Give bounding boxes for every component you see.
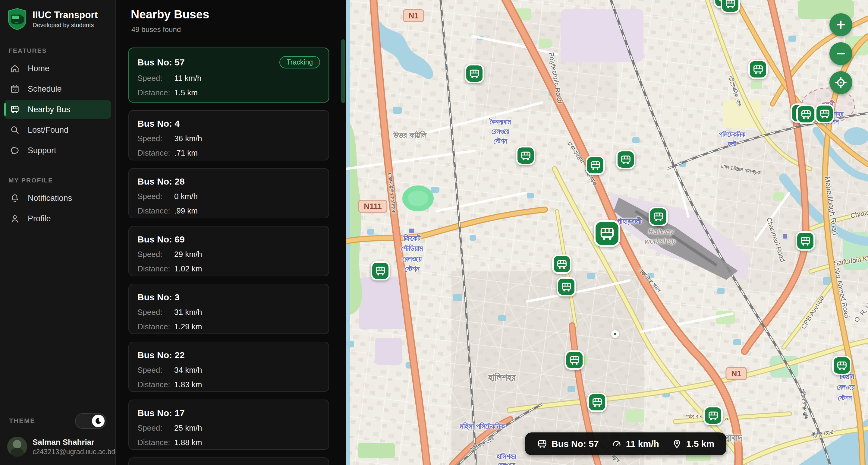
svg-text:12: 12 bbox=[13, 88, 17, 92]
status-bus: Bus No: 57 bbox=[537, 439, 599, 449]
bus-marker[interactable] bbox=[587, 393, 607, 412]
bus-marker[interactable] bbox=[465, 64, 484, 83]
bus-marker[interactable] bbox=[516, 146, 535, 165]
bus-card-22[interactable]: Bus No: 22Speed:34 km/hDistance:1.83 km bbox=[128, 342, 329, 392]
selected-bus-status-pill: Bus No: 57 11 km/h 1.5 km bbox=[525, 432, 726, 455]
distance-label: Distance: bbox=[137, 438, 174, 447]
bus-marker[interactable] bbox=[832, 356, 851, 375]
sidebar-item-nearby-bus[interactable]: Nearby Bus bbox=[4, 100, 111, 119]
status-bus-label: Bus No: 57 bbox=[552, 439, 599, 449]
user-email: c243213@ugrad.iiuc.ac.bd bbox=[33, 448, 115, 456]
bus-marker[interactable] bbox=[796, 231, 815, 251]
app-subtitle: Developed by students bbox=[33, 22, 98, 29]
user-identity: Salman Shahriar c243213@ugrad.iiuc.ac.bd bbox=[33, 438, 115, 456]
bus-marker[interactable] bbox=[704, 406, 723, 425]
tracking-badge: Tracking bbox=[279, 56, 320, 68]
zoom-out-button[interactable] bbox=[830, 42, 852, 65]
bus-card-69[interactable]: Bus No: 69Speed:29 km/hDistance:1.02 km bbox=[128, 226, 329, 276]
user-location-dot bbox=[611, 330, 619, 338]
bus-marker[interactable] bbox=[557, 277, 576, 296]
bus-marker[interactable] bbox=[748, 60, 768, 79]
bus-marker[interactable] bbox=[616, 150, 635, 169]
sidebar-item-home[interactable]: Home bbox=[4, 59, 111, 78]
sidebar-item-schedule[interactable]: 12Schedule bbox=[4, 80, 111, 98]
route-shield-n111: N111 bbox=[358, 200, 387, 213]
speed-value: 36 km/h bbox=[174, 134, 202, 143]
brand: IIUC Transport Developed by students bbox=[0, 0, 116, 33]
speed-label: Speed: bbox=[137, 250, 174, 259]
distance-value: 1.5 km bbox=[174, 88, 198, 97]
sidebar-item-profile[interactable]: Profile bbox=[4, 209, 111, 228]
speed-value: 34 km/h bbox=[174, 366, 202, 375]
route-shield-n1: N1 bbox=[725, 367, 747, 380]
distance-label: Distance: bbox=[137, 88, 174, 97]
bus-marker[interactable] bbox=[815, 104, 834, 123]
distance-label: Distance: bbox=[137, 148, 174, 158]
sidebar-item-label: Home bbox=[28, 64, 50, 73]
speed-label: Speed: bbox=[137, 192, 174, 201]
zoom-in-button[interactable] bbox=[830, 13, 852, 36]
distance-label: Distance: bbox=[137, 322, 174, 331]
avatar bbox=[7, 437, 27, 457]
sidebar-item-label: Schedule bbox=[28, 84, 62, 94]
moon-icon bbox=[94, 417, 102, 425]
distance-value: .71 km bbox=[174, 148, 198, 158]
bus-card-list: Bus No: 57TrackingSpeed:11 km/hDistance:… bbox=[128, 48, 329, 465]
distance-label: Distance: bbox=[137, 264, 174, 273]
distance-label: Distance: bbox=[137, 380, 174, 389]
status-speed: 11 km/h bbox=[612, 439, 659, 449]
bus-marker[interactable] bbox=[796, 105, 815, 124]
bus-number: Bus No: 3 bbox=[137, 292, 180, 302]
pin-icon bbox=[672, 439, 682, 449]
brand-text: IIUC Transport Developed by students bbox=[33, 10, 98, 29]
theme-toggle-knob bbox=[92, 415, 104, 427]
map-canvas[interactable]: উত্তর কাট্টলিহালিশহরআগ্রাবাদখুলশীRailway… bbox=[346, 0, 868, 465]
sidebar: IIUC Transport Developed by students FEA… bbox=[0, 0, 116, 465]
distance-value: .99 km bbox=[174, 206, 198, 215]
sidebar-item-lost-found[interactable]: Lost/Found bbox=[4, 121, 111, 139]
buses-found-count: 49 buses found bbox=[116, 21, 346, 34]
bus-marker[interactable] bbox=[371, 261, 390, 281]
speed-label: Speed: bbox=[137, 308, 174, 317]
speedometer-icon bbox=[612, 439, 622, 449]
speed-label: Speed: bbox=[137, 366, 174, 375]
speed-value: 29 km/h bbox=[174, 250, 202, 259]
user-profile-row[interactable]: Salman Shahriar c243213@ugrad.iiuc.ac.bd bbox=[7, 437, 108, 457]
bus-card-57[interactable]: Bus No: 57TrackingSpeed:11 km/hDistance:… bbox=[128, 48, 329, 103]
sidebar-item-support[interactable]: Support bbox=[4, 141, 111, 160]
speed-value: 11 km/h bbox=[174, 74, 202, 83]
bus-marker[interactable] bbox=[586, 155, 605, 175]
locate-icon bbox=[835, 77, 847, 89]
bus-marker[interactable] bbox=[721, 0, 740, 13]
route-shield-n1: N1 bbox=[403, 9, 424, 22]
bus-marker[interactable] bbox=[552, 255, 571, 274]
sidebar-section-label: FEATURES bbox=[0, 33, 116, 57]
sidebar-footer: THEME Salman Shahriar c243213@ugrad.iiuc… bbox=[0, 408, 116, 465]
panel-scrollbar-thumb[interactable] bbox=[341, 39, 345, 103]
shield-bus-logo bbox=[7, 8, 27, 30]
bus-marker[interactable] bbox=[649, 207, 668, 226]
bus-number: Bus No: 69 bbox=[137, 234, 185, 244]
bus-number: Bus No: 4 bbox=[137, 118, 180, 129]
status-distance-value: 1.5 km bbox=[686, 439, 714, 449]
speed-label: Speed: bbox=[137, 74, 174, 83]
sidebar-item-label: Profile bbox=[28, 214, 51, 224]
sidebar-item-label: Notifications bbox=[28, 194, 72, 203]
bus-card-partial[interactable] bbox=[128, 458, 329, 465]
bus-card-3[interactable]: Bus No: 3Speed:31 km/hDistance:1.29 km bbox=[128, 284, 329, 334]
bus-marker[interactable] bbox=[565, 350, 584, 370]
theme-toggle[interactable] bbox=[75, 413, 106, 429]
bus-number: Bus No: 22 bbox=[137, 350, 185, 360]
bus-card-28[interactable]: Bus No: 28Speed:0 km/hDistance:.99 km bbox=[128, 168, 329, 218]
bus-card-4[interactable]: Bus No: 4Speed:36 km/hDistance:.71 km bbox=[128, 110, 329, 161]
minus-icon bbox=[835, 48, 847, 60]
sidebar-nav: FEATURESHome12ScheduleNearby BusLost/Fou… bbox=[0, 33, 116, 228]
distance-value: 1.02 km bbox=[174, 264, 202, 273]
sidebar-item-notifications[interactable]: Notifications bbox=[4, 189, 111, 207]
app-title: IIUC Transport bbox=[33, 10, 98, 21]
tracked-bus-marker[interactable] bbox=[594, 220, 620, 247]
app-root: উত্তর কাট্টলিহালিশহরআগ্রাবাদখুলশীRailway… bbox=[0, 0, 868, 465]
locate-button[interactable] bbox=[830, 71, 852, 94]
status-distance: 1.5 km bbox=[672, 439, 714, 449]
bus-card-17[interactable]: Bus No: 17Speed:25 km/hDistance:1.88 km bbox=[128, 400, 329, 450]
